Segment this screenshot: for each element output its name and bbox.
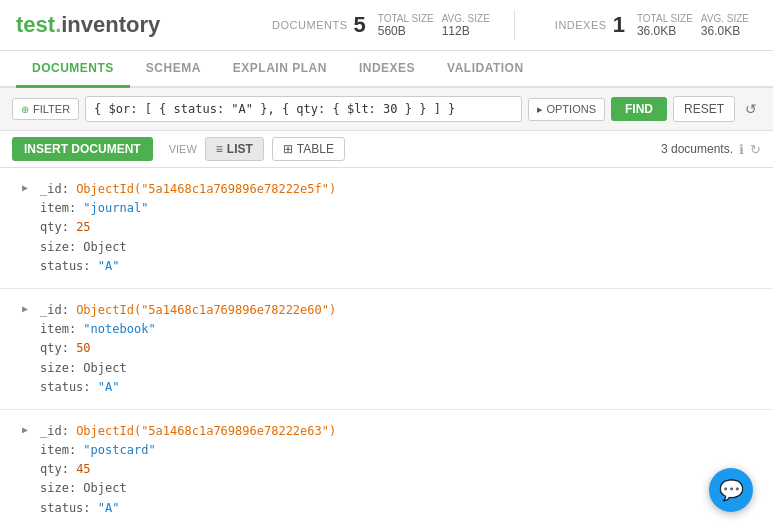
avg-size-value: 112B <box>442 24 490 38</box>
tab-indexes[interactable]: INDEXES <box>343 51 431 88</box>
reset-button[interactable]: RESET <box>673 96 735 122</box>
idx-total-size-label: TOTAL SIZE <box>637 13 693 24</box>
table-view-button[interactable]: ⊞ TABLE <box>272 137 345 161</box>
field-item-2: item: "notebook" <box>40 320 753 339</box>
find-button[interactable]: FIND <box>611 97 667 121</box>
field-qty-1: qty: 25 <box>40 218 753 237</box>
field-qty-3: qty: 45 <box>40 460 753 479</box>
list-view-button[interactable]: ≡ LIST <box>205 137 264 161</box>
document-row: ▶ _id: ObjectId("5a1468c1a769896e78222e5… <box>0 168 773 289</box>
indexes-total-size: TOTAL SIZE 36.0KB <box>637 13 693 38</box>
document-row: ▶ _id: ObjectId("5a1468c1a769896e78222e6… <box>0 410 773 521</box>
tab-explain-plan[interactable]: EXPLAIN PLAN <box>217 51 343 88</box>
insert-document-button[interactable]: INSERT DOCUMENT <box>12 137 153 161</box>
total-size-value: 560B <box>378 24 434 38</box>
header: test.inventory DOCUMENTS 5 TOTAL SIZE 56… <box>0 0 773 51</box>
field-item-1: item: "journal" <box>40 199 753 218</box>
documents-label: DOCUMENTS <box>272 19 347 31</box>
document-count: 3 documents. ℹ ↻ <box>661 142 761 157</box>
indexes-label: INDEXES <box>555 19 607 31</box>
indexes-stats: INDEXES 1 TOTAL SIZE 36.0KB AVG. SIZE 36… <box>555 12 757 38</box>
field-id-2: _id: ObjectId("5a1468c1a769896e78222e60"… <box>40 301 753 320</box>
expand-arrow-3[interactable]: ▶ <box>22 422 28 438</box>
idx-total-size-value: 36.0KB <box>637 24 693 38</box>
options-button[interactable]: ▸ OPTIONS <box>528 98 605 121</box>
indexes-count: 1 <box>613 12 625 38</box>
documents-stats: DOCUMENTS 5 TOTAL SIZE 560B AVG. SIZE 11… <box>272 12 498 38</box>
tab-schema[interactable]: SCHEMA <box>130 51 217 88</box>
documents-area: ▶ _id: ObjectId("5a1468c1a769896e78222e5… <box>0 168 773 521</box>
documents-total-size: TOTAL SIZE 560B <box>378 13 434 38</box>
refresh-icon[interactable]: ↻ <box>750 142 761 157</box>
documents-avg-size: AVG. SIZE 112B <box>442 13 490 38</box>
field-item-3: item: "postcard" <box>40 441 753 460</box>
field-status-2: status: "A" <box>40 378 753 397</box>
idx-avg-size-value: 36.0KB <box>701 24 749 38</box>
tab-validation[interactable]: VALIDATION <box>431 51 540 88</box>
field-qty-2: qty: 50 <box>40 339 753 358</box>
tabs-bar: DOCUMENTS SCHEMA EXPLAIN PLAN INDEXES VA… <box>0 51 773 88</box>
stats-divider <box>514 10 515 40</box>
idx-avg-size-label: AVG. SIZE <box>701 13 749 24</box>
field-id-1: _id: ObjectId("5a1468c1a769896e78222e5f"… <box>40 180 753 199</box>
field-status-3: status: "A" <box>40 499 753 518</box>
app-logo: test.inventory <box>16 12 160 38</box>
query-toolbar: ⊕ FILTER ▸ OPTIONS FIND RESET ↺ <box>0 88 773 131</box>
filter-button[interactable]: ⊕ FILTER <box>12 98 79 120</box>
view-label: VIEW <box>169 143 197 155</box>
chat-bubble[interactable]: 💬 <box>709 468 753 512</box>
logo-test: test <box>16 12 55 37</box>
query-input[interactable] <box>85 96 522 122</box>
document-row: ▶ _id: ObjectId("5a1468c1a769896e78222e6… <box>0 289 773 410</box>
field-id-3: _id: ObjectId("5a1468c1a769896e78222e63"… <box>40 422 753 441</box>
logo-inventory: inventory <box>61 12 160 37</box>
field-size-2: size: Object <box>40 359 753 378</box>
field-status-1: status: "A" <box>40 257 753 276</box>
avg-size-label: AVG. SIZE <box>442 13 490 24</box>
documents-count: 5 <box>353 12 365 38</box>
info-icon[interactable]: ℹ <box>739 142 744 157</box>
chat-icon: 💬 <box>719 478 744 502</box>
total-size-label: TOTAL SIZE <box>378 13 434 24</box>
list-icon: ≡ <box>216 142 223 156</box>
expand-arrow-1[interactable]: ▶ <box>22 180 28 196</box>
tab-documents[interactable]: DOCUMENTS <box>16 51 130 88</box>
filter-icon: ⊕ <box>21 104 29 115</box>
field-size-1: size: Object <box>40 238 753 257</box>
indexes-avg-size: AVG. SIZE 36.0KB <box>701 13 749 38</box>
history-button[interactable]: ↺ <box>741 97 761 121</box>
table-icon: ⊞ <box>283 142 293 156</box>
action-bar: INSERT DOCUMENT VIEW ≡ LIST ⊞ TABLE 3 do… <box>0 131 773 168</box>
field-size-3: size: Object <box>40 479 753 498</box>
expand-arrow-2[interactable]: ▶ <box>22 301 28 317</box>
